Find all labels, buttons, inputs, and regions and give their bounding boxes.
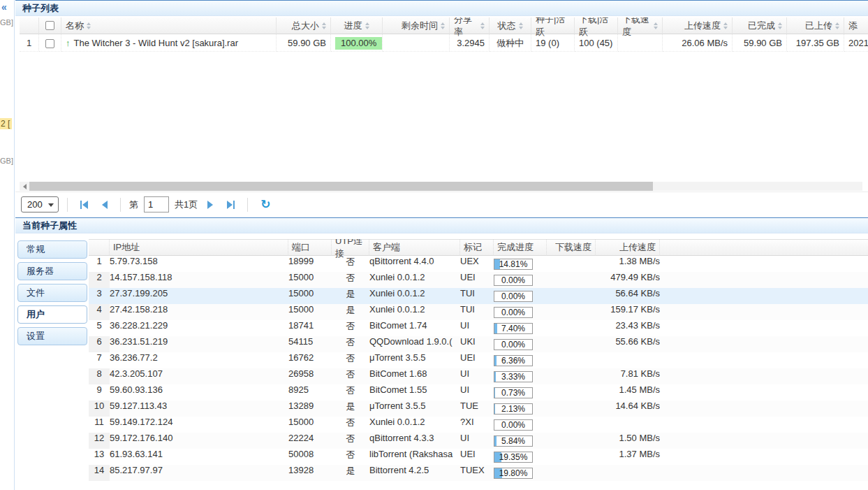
sidebar-item-fragment-selected[interactable]: 2 [: [0, 118, 12, 129]
peer-cell-up: 1.50 MB/s: [596, 433, 660, 449]
peer-cell-down: [547, 320, 596, 336]
peer-cell-utp: 否: [332, 368, 369, 384]
peer-cell-filler: [660, 449, 868, 465]
column-header-seeds: 种子|活跃: [531, 17, 575, 34]
peer-cell-port: 26958: [288, 368, 332, 384]
peer-cell-client: Xunlei 0.0.1.2: [369, 272, 460, 288]
progress-bar-label: 19.35%: [494, 452, 532, 462]
peer-row[interactable]: 327.37.199.20515000是Xunlei 0.0.1.2TUI0.0…: [89, 288, 868, 304]
next-page-button[interactable]: [203, 201, 217, 209]
peer-cell-utp: 是: [332, 465, 369, 481]
peer-cell-filler: [660, 288, 868, 304]
peer-cell-filler: [660, 417, 868, 433]
peer-cell-ip: 61.93.63.141: [110, 449, 288, 465]
divider: [120, 198, 121, 212]
column-header-progress[interactable]: 进度: [331, 17, 383, 34]
peer-row[interactable]: 1259.172.176.14022224否qBittorrent 4.3.3U…: [89, 433, 868, 449]
column-header-uspeed[interactable]: 上传速度: [663, 17, 733, 34]
peer-row[interactable]: 636.231.51.21954115否QQDownload 1.9.0.(UK…: [89, 336, 868, 352]
peer-cell-filler: [660, 384, 868, 401]
peer-row[interactable]: 536.228.21.22918741否BitComet 1.74UI7.40%…: [89, 320, 868, 336]
peer-cell-filler: [660, 401, 868, 417]
peers-column-header-flags[interactable]: 标记: [460, 239, 494, 256]
peers-column-header-utp[interactable]: UTP连接: [332, 239, 369, 256]
progress-bar: 14.81%: [494, 259, 533, 270]
select-all-checkbox[interactable]: [45, 21, 54, 30]
peer-row[interactable]: 1059.127.113.4313289是μTorrent 3.5.5TUE2.…: [89, 401, 868, 417]
progress-bar: 0.73%: [494, 387, 533, 398]
row-checkbox[interactable]: [45, 39, 54, 48]
scroll-thumb[interactable]: [29, 182, 653, 191]
peers-column-header-port[interactable]: 端口: [288, 239, 332, 256]
properties-tabs: 常规服务器文件用户设置: [17, 240, 88, 349]
sort-icon: [778, 22, 782, 29]
page-size-select[interactable]: 200: [21, 196, 59, 212]
sort-down-icon: [87, 27, 91, 29]
peer-cell-port: 15000: [288, 417, 332, 433]
peer-row[interactable]: 842.3.205.10726958否BitComet 1.68UI3.33%7…: [89, 368, 868, 384]
tab-general[interactable]: 常规: [17, 240, 87, 259]
column-label: 进度: [344, 20, 362, 32]
peer-cell-up: 7.81 KB/s: [596, 368, 660, 384]
peers-column-header-progress[interactable]: 完成进度: [494, 239, 547, 256]
column-header-completed[interactable]: 已完成: [733, 17, 787, 34]
peer-cell-down: [547, 449, 596, 465]
sidebar-item-fragment[interactable]: GB]: [0, 157, 13, 165]
refresh-icon[interactable]: ↻: [256, 199, 274, 210]
column-header-remaining[interactable]: 剩余时间: [383, 17, 450, 34]
sort-up-icon: [365, 22, 369, 25]
column-header-check: [39, 17, 61, 34]
peer-row[interactable]: 214.157.158.11815000否Xunlei 0.0.1.2UEI0.…: [89, 272, 868, 288]
column-header-size[interactable]: 总大小: [277, 17, 331, 34]
page-input[interactable]: [144, 196, 169, 212]
column-header-dspeed[interactable]: 下载速度: [618, 17, 663, 34]
scroll-left-arrow[interactable]: [20, 182, 29, 191]
tab-files[interactable]: 文件: [17, 284, 87, 302]
cell-progress: 100.00%: [331, 34, 383, 52]
peer-cell-client: BitComet 1.68: [369, 368, 460, 384]
peer-cell-port: 16762: [288, 352, 332, 368]
sort-up-icon: [654, 22, 658, 25]
column-header-ratio[interactable]: 分享率: [450, 17, 490, 34]
peer-row[interactable]: 15.79.73.15818999否qBittorrent 4.4.0UEX14…: [89, 256, 868, 272]
peers-column-header-client[interactable]: 客户端: [369, 239, 460, 256]
peer-row[interactable]: 1159.149.172.12415000否Xunlei 0.0.1.2?XI0…: [89, 417, 868, 433]
column-header-name[interactable]: 名称: [61, 17, 277, 34]
peer-row[interactable]: 1485.217.97.9713928是Bittorrent 4.2.5TUEX…: [89, 465, 868, 481]
peer-cell-port: 22224: [288, 433, 332, 449]
torrent-name: The Witcher 3 - Wild Hunt v2 [sakura].ra…: [74, 38, 239, 48]
peer-row[interactable]: 1361.93.63.14150008否libTorrent (Rakshasa…: [89, 449, 868, 465]
peers-column-header-down[interactable]: 下载速度: [547, 239, 596, 256]
sidebar-item-fragment[interactable]: GB]: [0, 18, 13, 27]
peer-cell-ip: 59.60.93.136: [110, 384, 288, 401]
peer-cell-num: 13: [89, 449, 110, 465]
sort-icon: [835, 22, 839, 29]
first-page-button[interactable]: [76, 201, 92, 209]
tab-settings[interactable]: 设置: [17, 327, 87, 345]
prev-page-button[interactable]: [98, 201, 112, 209]
peer-cell-port: 15000: [288, 272, 332, 288]
peers-column-header-up[interactable]: 上传速度: [596, 239, 660, 256]
column-label: 状态: [498, 20, 516, 32]
tab-users[interactable]: 用户: [17, 305, 87, 324]
column-header-uploaded[interactable]: 已上传: [787, 17, 844, 34]
peer-row[interactable]: 427.42.158.21815000是Xunlei 0.0.1.2TUI0.0…: [89, 304, 868, 320]
peer-row[interactable]: 736.236.77.216762否μTorrent 3.5.5UEI6.36%: [89, 352, 868, 368]
progress-bar-label: 0.00%: [494, 291, 532, 301]
peers-column-header-ip[interactable]: IP地址: [110, 239, 288, 256]
tab-server[interactable]: 服务器: [17, 262, 87, 280]
sort-down-icon: [322, 27, 326, 29]
last-page-button[interactable]: [223, 201, 239, 209]
torrent-row[interactable]: 1↑The Witcher 3 - Wild Hunt v2 [sakura].…: [20, 34, 868, 52]
collapse-sidebar-icon[interactable]: «: [1, 1, 7, 13]
peer-cell-num: 12: [89, 433, 110, 449]
peer-cell-client: qBittorrent 4.4.0: [369, 256, 460, 272]
peer-cell-num: 2: [89, 272, 110, 288]
sort-icon: [519, 22, 523, 29]
column-header-status[interactable]: 状态: [490, 17, 531, 34]
peer-cell-num: 14: [89, 465, 110, 481]
h-scrollbar[interactable]: [20, 182, 862, 191]
peer-row[interactable]: 959.60.93.1368925否BitComet 1.55UI0.73%1.…: [89, 384, 868, 401]
peers-column-header-num[interactable]: [89, 239, 110, 256]
peer-cell-num: 10: [89, 401, 110, 417]
